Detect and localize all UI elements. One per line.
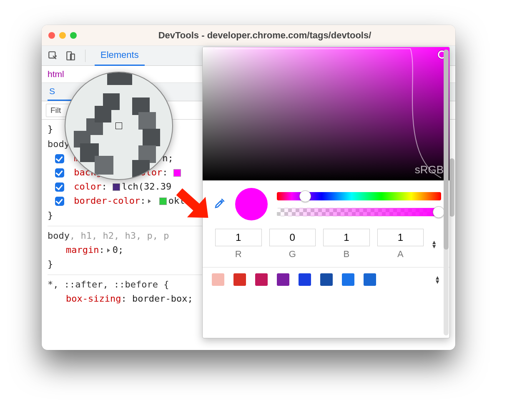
expand-triangle-icon[interactable] — [148, 199, 151, 203]
palette-swatch[interactable] — [320, 273, 333, 286]
r-input[interactable] — [215, 229, 262, 246]
gamut-label: sRGB — [415, 163, 444, 176]
palette-stepper[interactable]: ▲▼ — [434, 275, 440, 284]
hue-slider-thumb[interactable] — [299, 190, 311, 202]
window-title: DevTools - developer.chrome.com/tags/dev… — [81, 30, 449, 41]
property-checkbox[interactable] — [55, 168, 64, 178]
selector-body-h1[interactable]: body, h1, h2, h3, p, p — [48, 230, 169, 241]
selector-universal[interactable]: *, ::after, ::before { — [48, 279, 169, 290]
close-window-icon[interactable] — [48, 32, 55, 39]
window-titlebar: DevTools - developer.chrome.com/tags/dev… — [42, 25, 455, 46]
color-spectrum[interactable]: sRGB — [203, 47, 449, 180]
format-stepper[interactable]: ▲▼ — [431, 240, 437, 248]
prop-margin[interactable]: margin — [66, 245, 99, 255]
g-label: G — [269, 249, 316, 260]
device-toggle-icon[interactable] — [65, 50, 76, 61]
palette-swatch[interactable] — [299, 273, 311, 286]
picker-scrollbar-thumb[interactable] — [444, 50, 449, 250]
palette-swatch[interactable] — [342, 273, 354, 286]
g-input[interactable] — [269, 229, 316, 246]
prop-color[interactable]: color — [74, 181, 101, 192]
b-input[interactable] — [323, 229, 370, 246]
alpha-slider[interactable] — [277, 208, 441, 216]
maximize-window-icon[interactable] — [70, 32, 77, 39]
property-checkbox[interactable] — [55, 182, 64, 192]
eyedropper-loupe — [65, 72, 173, 180]
palette-swatch[interactable] — [277, 273, 289, 286]
picker-scrollbar[interactable] — [444, 50, 449, 335]
color-inputs: R G B A ▲▼ — [203, 225, 449, 262]
palette-swatch[interactable] — [364, 273, 376, 286]
window-scrollbar[interactable] — [449, 158, 454, 217]
palette-row: ▲▼ — [203, 267, 449, 292]
expand-triangle-icon[interactable] — [107, 248, 110, 252]
prop-box-sizing[interactable]: box-sizing — [66, 293, 121, 304]
palette-swatch[interactable] — [212, 273, 224, 286]
color-swatch-icon[interactable] — [113, 183, 120, 191]
chevron-down-icon: ▼ — [434, 280, 440, 284]
property-checkbox[interactable] — [55, 197, 64, 206]
toolbar-divider — [85, 50, 85, 62]
loupe-target-icon — [116, 123, 122, 129]
prop-border-color[interactable]: border-color — [74, 195, 140, 206]
tab-elements[interactable]: Elements — [95, 45, 145, 66]
r-label: R — [215, 249, 262, 260]
hue-slider[interactable] — [277, 192, 441, 200]
alpha-slider-thumb[interactable] — [433, 206, 444, 218]
chevron-down-icon: ▼ — [431, 244, 437, 248]
property-checkbox[interactable] — [55, 154, 64, 163]
minimize-window-icon[interactable] — [59, 32, 66, 39]
palette-swatch[interactable] — [255, 273, 268, 286]
color-preview — [235, 188, 268, 220]
palette-swatch[interactable] — [233, 273, 246, 286]
inspect-icon[interactable] — [48, 50, 58, 61]
color-picker-popover: sRGB R G B A — [202, 47, 450, 338]
b-label: B — [323, 249, 370, 260]
a-label: A — [377, 249, 424, 260]
a-input[interactable] — [377, 229, 424, 246]
color-swatch-icon[interactable] — [173, 169, 181, 177]
